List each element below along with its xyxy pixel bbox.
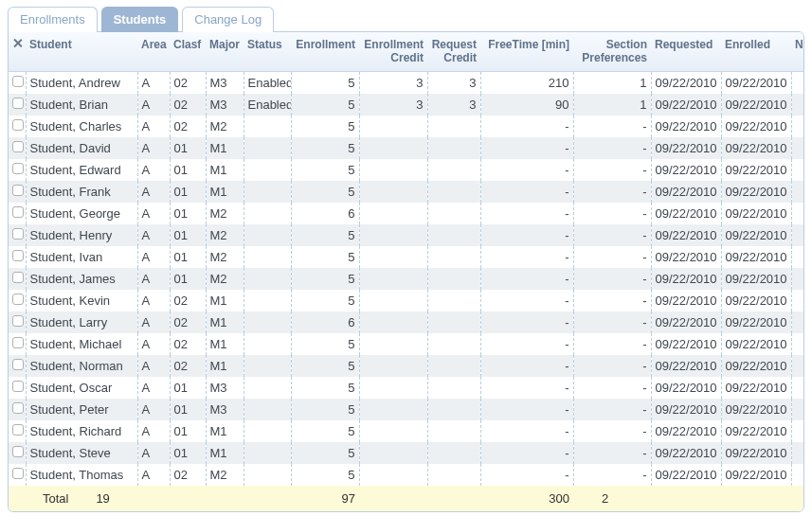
row-select-cell [9, 268, 26, 290]
cell-clasf: 01 [170, 203, 206, 224]
table-row[interactable]: Student, CharlesA02M25--09/22/201009/22/… [9, 116, 804, 137]
row-checkbox[interactable] [12, 185, 24, 196]
table-row[interactable]: Student, KevinA02M15--09/22/201009/22/20… [9, 290, 804, 311]
table-row[interactable]: Student, GeorgeA01M26--09/22/201009/22/2… [9, 203, 804, 224]
cell-request-credit [427, 181, 480, 203]
cell-enrollment: 5 [291, 420, 359, 442]
row-checkbox[interactable] [12, 294, 24, 305]
row-checkbox[interactable] [12, 206, 24, 218]
cell-status [244, 442, 291, 464]
row-checkbox[interactable] [12, 98, 24, 109]
table-row[interactable]: Student, PeterA01M35--09/22/201009/22/20… [9, 399, 804, 420]
row-checkbox[interactable] [12, 468, 24, 479]
row-checkbox[interactable] [12, 272, 24, 283]
cell-major: M1 [206, 311, 244, 333]
table-row[interactable]: Student, NormanA02M15--09/22/201009/22/2… [9, 355, 804, 377]
cell-request-credit [427, 116, 480, 137]
cell-enrollment-credit [359, 224, 427, 246]
cell-request-credit [427, 311, 480, 333]
row-checkbox[interactable] [12, 76, 24, 87]
cell-freetime: - [480, 181, 573, 203]
table-row[interactable]: Student, IvanA01M25--09/22/201009/22/201… [9, 246, 804, 268]
cell-enrolled: 09/22/2010 [721, 94, 791, 116]
cell-section-pref: - [573, 464, 651, 486]
col-clasf[interactable]: Clasf [170, 32, 206, 71]
row-select-cell [9, 137, 26, 159]
row-checkbox[interactable] [12, 402, 24, 414]
row-checkbox[interactable] [12, 381, 24, 392]
row-checkbox[interactable] [12, 250, 24, 261]
col-enrollment[interactable]: Enrollment [291, 32, 359, 71]
cell-major: M2 [206, 203, 244, 224]
cell-section-pref: - [573, 159, 651, 181]
cell-requested: 09/22/2010 [651, 116, 721, 137]
table-row[interactable]: Student, ThomasA02M25--09/22/201009/22/2… [9, 464, 804, 486]
col-status[interactable]: Status [244, 32, 291, 71]
cell-freetime: - [480, 159, 573, 181]
cell-request-credit [427, 224, 480, 246]
col-area[interactable]: Area [137, 32, 170, 71]
row-checkbox[interactable] [12, 228, 24, 240]
table-row[interactable]: Student, SteveA01M15--09/22/201009/22/20… [9, 442, 804, 464]
cell-freetime: - [480, 355, 573, 377]
cell-status [244, 203, 291, 224]
cell-clasf: 02 [170, 311, 206, 333]
row-checkbox[interactable] [12, 446, 24, 457]
table-row[interactable]: Student, OscarA01M35--09/22/201009/22/20… [9, 377, 804, 399]
cell-clasf: 01 [170, 268, 206, 290]
table-row[interactable]: Student, EdwardA01M15--09/22/201009/22/2… [9, 159, 804, 181]
cell-enrolled: 09/22/2010 [721, 464, 791, 486]
row-checkbox[interactable] [12, 119, 24, 131]
col-enrollment-credit[interactable]: Enrollment Credit [359, 32, 427, 71]
cell-major: M1 [206, 355, 244, 377]
col-request-credit[interactable]: Request Credit [427, 32, 480, 71]
table-row[interactable]: Student, FrankA01M15--09/22/201009/22/20… [9, 181, 804, 203]
col-section-preferences[interactable]: Section Preferences [573, 32, 651, 71]
cell-section-pref: - [573, 181, 651, 203]
row-checkbox[interactable] [12, 359, 24, 370]
tab-enrollments[interactable]: Enrollments [8, 7, 98, 32]
cell-student: Student, Edward [26, 159, 137, 181]
cell-request-credit: 3 [427, 94, 480, 116]
col-student[interactable]: Student [26, 32, 137, 71]
cell-area: A [137, 94, 170, 116]
row-checkbox[interactable] [12, 424, 24, 436]
table-row[interactable]: Student, DavidA01M15--09/22/201009/22/20… [9, 137, 804, 159]
table-row[interactable]: Student, MichaelA02M15--09/22/201009/22/… [9, 333, 804, 355]
table-row[interactable]: Student, BrianA02M3Enabled53390109/22/20… [9, 94, 804, 116]
col-freetime[interactable]: FreeTime [min] [480, 32, 573, 71]
table-row[interactable]: Student, LarryA02M16--09/22/201009/22/20… [9, 311, 804, 333]
cell-enrollment-credit [359, 355, 427, 377]
row-checkbox[interactable] [12, 141, 24, 152]
cell-enrollment-credit [359, 442, 427, 464]
col-select-all[interactable] [9, 32, 26, 71]
cell-clasf: 02 [170, 333, 206, 355]
cell-request-credit: 3 [427, 71, 480, 94]
col-requested[interactable]: Requested [651, 32, 721, 71]
row-checkbox[interactable] [12, 163, 24, 174]
col-note[interactable]: Note [791, 32, 804, 71]
col-major[interactable]: Major [206, 32, 244, 71]
table-row[interactable]: Student, HenryA01M25--09/22/201009/22/20… [9, 224, 804, 246]
cell-enrolled: 09/22/2010 [721, 246, 791, 268]
cell-freetime: - [480, 290, 573, 311]
totals-count: 19 [96, 491, 109, 506]
tab-change-log[interactable]: Change Log [182, 7, 274, 32]
cell-major: M3 [206, 71, 244, 94]
table-row[interactable]: Student, AndrewA02M3Enabled533210109/22/… [9, 71, 804, 94]
cell-area: A [137, 442, 170, 464]
table-row[interactable]: Student, JamesA01M25--09/22/201009/22/20… [9, 268, 804, 290]
row-checkbox[interactable] [12, 315, 24, 327]
cell-freetime: - [480, 333, 573, 355]
row-select-cell [9, 203, 26, 224]
cell-request-credit [427, 442, 480, 464]
cell-student: Student, Steve [26, 442, 137, 464]
cell-requested: 09/22/2010 [651, 203, 721, 224]
tab-students[interactable]: Students [101, 7, 179, 32]
row-select-cell [9, 333, 26, 355]
cell-status [244, 355, 291, 377]
cell-major: M2 [206, 464, 244, 486]
row-checkbox[interactable] [12, 337, 24, 348]
col-enrolled[interactable]: Enrolled [721, 32, 791, 71]
table-row[interactable]: Student, RichardA01M15--09/22/201009/22/… [9, 420, 804, 442]
